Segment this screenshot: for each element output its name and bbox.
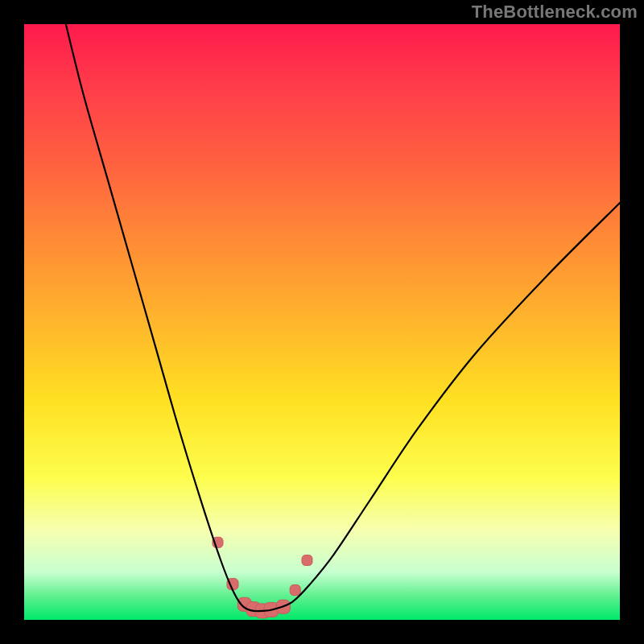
bottleneck-curve	[66, 24, 620, 611]
curve-marker	[290, 585, 300, 596]
outer-frame: TheBottleneck.com	[0, 0, 644, 644]
watermark-text: TheBottleneck.com	[472, 2, 638, 23]
plot-area	[24, 24, 620, 620]
curve-marker	[302, 555, 312, 566]
chart-svg	[24, 24, 620, 620]
